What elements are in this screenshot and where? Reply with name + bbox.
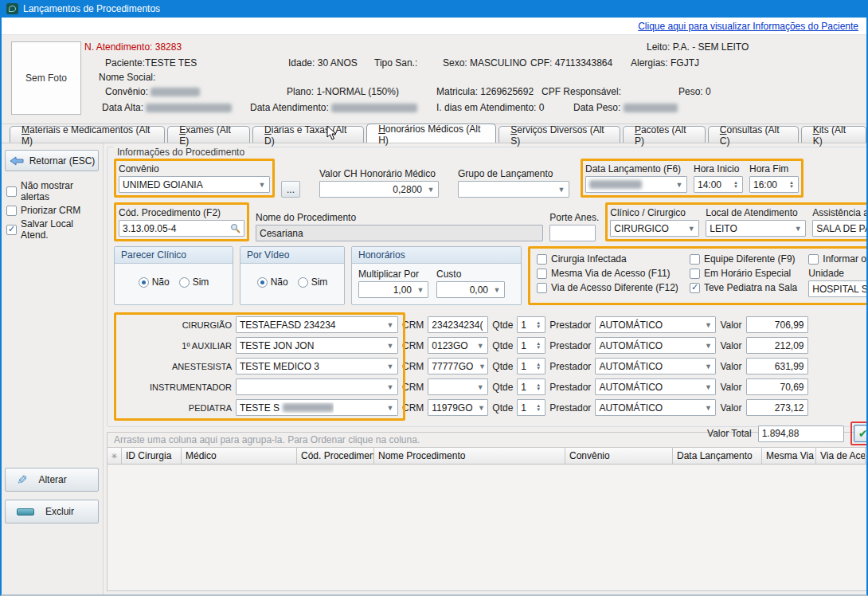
data-lancamento-combo[interactable]: ▼ xyxy=(585,176,687,193)
sexo-value: MASCULINO xyxy=(470,57,526,69)
parecer-sim-radio[interactable]: Sim xyxy=(179,276,209,288)
checkbox-label: Priorizar CRM xyxy=(21,205,80,216)
salvar-button[interactable]: ✔ Salvar xyxy=(854,425,868,442)
tab[interactable]: Serviços Diversos (Alt S) xyxy=(499,126,620,143)
checkbox-icon xyxy=(537,269,547,279)
local-atendimento-combo[interactable]: LEITO ▼ xyxy=(706,220,806,237)
cod-procedimento-label: Cód. Procedimento (F2) xyxy=(119,207,244,218)
porte-anes-input[interactable] xyxy=(549,225,596,241)
patient-info-link[interactable]: Clique aqui para visualizar Informações … xyxy=(638,21,858,32)
crm-combo[interactable]: 77777GO ▼ xyxy=(428,358,488,374)
crm-combo[interactable]: 11979GO ▼ xyxy=(428,399,488,416)
surgery-flag-checkbox[interactable]: Em Horário Especial xyxy=(690,268,797,279)
video-nao-radio[interactable]: Não xyxy=(257,276,288,288)
tab[interactable]: Materiais e Medicamentos (Alt M) xyxy=(10,126,165,143)
custo-field[interactable]: 0,00 ▼ xyxy=(436,281,505,298)
unidade-combo[interactable]: HOSPITAL SQL - MATRIZ ▼ xyxy=(808,280,868,297)
surgery-flag-checkbox[interactable]: Equipe Diferente (F9) xyxy=(690,253,797,265)
surgery-flag-checkbox[interactable]: Mesma Via de Acesso (F11) xyxy=(537,268,678,279)
alterar-button[interactable]: ✎ Alterar xyxy=(5,468,99,492)
valor-input[interactable]: 631,99 xyxy=(746,358,808,374)
data-peso-label: Data Peso: xyxy=(573,102,620,113)
alergias-value: FGJTJ xyxy=(671,57,699,69)
por-video-title: Por Vídeo xyxy=(240,247,344,264)
assistencia-rn-combo[interactable]: SALA DE PARTO ▼ xyxy=(812,220,868,237)
valor-label: Valor xyxy=(720,340,741,351)
sidebar-checkbox[interactable]: Não mostrar alertas xyxy=(6,180,100,202)
crm-combo[interactable]: 234234234( ▼ xyxy=(428,316,488,333)
cpf-resp-label: CPF Responsável: xyxy=(542,86,621,97)
prestador-combo[interactable]: AUTOMÁTICO ▼ xyxy=(595,337,716,354)
doctor-name-combo[interactable]: TESTE MEDICO 3 ▼ xyxy=(236,358,398,374)
sidebar-checkbox[interactable]: Priorizar CRM xyxy=(6,205,100,216)
video-sim-radio[interactable]: Sim xyxy=(298,276,328,288)
grupo-lancamento-combo[interactable]: ▼ xyxy=(458,181,569,198)
prestador-label: Prestador xyxy=(549,402,591,414)
surgery-flag-checkbox[interactable]: Teve Pediatra na Sala xyxy=(690,282,797,293)
prestador-combo[interactable]: AUTOMÁTICO ▼ xyxy=(595,358,716,374)
convenio-combo[interactable]: UNIMED GOIANIA ▼ xyxy=(119,176,270,193)
excluir-button[interactable]: Excluir xyxy=(5,500,99,523)
doctor-name-combo[interactable]: TESTAEFASD 234234 ▼ xyxy=(236,316,398,333)
spinner-arrows-icon: ▲▼ xyxy=(534,404,543,412)
hora-inicio-spinner[interactable]: 14:00 ▲▼ xyxy=(694,176,743,193)
surgery-flag-checkbox[interactable]: Cirurgia Infectada xyxy=(537,253,678,265)
crm-label: CRM xyxy=(402,382,424,393)
tab[interactable]: Pacotes (Alt P) xyxy=(623,126,706,143)
qtde-spinner[interactable]: 1 ▲▼ xyxy=(517,316,545,333)
valor-input[interactable]: 70,69 xyxy=(746,378,808,395)
grid-column-nome-procedimento[interactable]: Nome Procedimento xyxy=(374,448,565,464)
tab[interactable]: Diárias e Taxas (Alt D) xyxy=(252,126,364,143)
tab[interactable]: Consultas (Alt C) xyxy=(708,126,799,143)
crm-combo[interactable]: ▼ xyxy=(428,378,488,395)
surgery-flag-checkbox[interactable]: Via de Acesso Diferente (F12) xyxy=(537,282,678,293)
grid-column-cod-procedimento[interactable]: Cód. Procedimento xyxy=(297,448,374,464)
valor-total-input[interactable]: 1.894,88 xyxy=(758,425,844,442)
surgery-flags-col2: Equipe Diferente (F9) Em Horário Especia… xyxy=(690,250,797,301)
sidebar-checkbox[interactable]: Salvar Local Atend. xyxy=(6,218,100,241)
multiplicar-field[interactable]: 1,00 ▼ xyxy=(358,281,428,298)
grid-column-medico[interactable]: Médico xyxy=(182,448,297,464)
grid-column-data-lancamento[interactable]: Data Lançamento xyxy=(673,448,762,464)
grid-column-convenio[interactable]: Convênio xyxy=(565,448,673,464)
cod-procedimento-input[interactable]: 3.13.09.05-4 xyxy=(119,220,244,237)
valor-input[interactable]: 273,12 xyxy=(746,399,808,416)
tab[interactable]: Exames (Alt E) xyxy=(167,126,250,143)
prestador-combo[interactable]: AUTOMÁTICO ▼ xyxy=(595,378,716,395)
hora-inicio-value: 14:00 xyxy=(698,179,721,190)
total-row: Valor Total 1.894,88 ✔ Salvar 5 xyxy=(114,420,868,447)
tab[interactable]: Honorários Médicos (Alt H) xyxy=(366,124,496,143)
search-icon[interactable] xyxy=(230,223,240,233)
doctor-name-combo[interactable]: TESTE JON JON ▼ xyxy=(236,337,398,354)
doctor-role-label: 1º AUXILIAR xyxy=(115,341,232,351)
highlight-clinico-local-assistencia: Clínico / Cirurgico CIRURGICO ▼ Local de… xyxy=(605,202,868,241)
tab[interactable]: Kits (Alt K) xyxy=(801,126,866,143)
checkbox-icon xyxy=(537,254,547,265)
spinner-arrows-icon: ▲▼ xyxy=(534,363,543,371)
grid-column-mesma-via[interactable]: Mesma Via ( xyxy=(762,448,816,464)
browse-convenio-button[interactable]: ... xyxy=(281,181,300,198)
valor-label: Valor xyxy=(720,402,741,414)
retornar-button[interactable]: Retornar (ESC) xyxy=(5,150,99,171)
qtde-spinner[interactable]: 1 ▲▼ xyxy=(517,358,545,374)
qtde-spinner[interactable]: 1 ▲▼ xyxy=(517,399,545,416)
valor-input[interactable]: 706,99 xyxy=(746,316,808,333)
valor-input[interactable]: 212,09 xyxy=(746,337,808,354)
grid-column-id-cirurgia[interactable]: ID Cirurgia xyxy=(122,448,182,464)
cpf-label: CPF: xyxy=(530,57,552,69)
qtde-spinner[interactable]: 1 ▲▼ xyxy=(517,337,545,354)
matricula-field: Matricula: 1269625692 xyxy=(436,86,534,97)
surgery-flag-checkbox[interactable]: Informar o Valor da Cirurgia xyxy=(808,253,868,265)
grid-column-via-de-acesso[interactable]: Via de Acesso xyxy=(816,448,866,464)
doctor-name-combo[interactable]: ▼ xyxy=(236,378,398,395)
hora-fim-spinner[interactable]: 16:00 ▲▼ xyxy=(749,176,799,193)
parecer-nao-radio[interactable]: Não xyxy=(139,276,170,288)
doctor-name-combo[interactable]: TESTE S ▼ xyxy=(236,399,398,416)
prestador-combo[interactable]: AUTOMÁTICO ▼ xyxy=(595,316,716,333)
qtde-spinner[interactable]: 1 ▲▼ xyxy=(517,378,545,395)
clinico-cirurgico-combo[interactable]: CIRURGICO ▼ xyxy=(610,220,699,237)
crm-combo[interactable]: 0123GO ▼ xyxy=(428,337,488,354)
prestador-combo[interactable]: AUTOMÁTICO ▼ xyxy=(595,399,716,416)
valor-ch-field[interactable]: 0,2800 ▼ xyxy=(319,181,439,198)
grid-body[interactable] xyxy=(108,465,868,590)
